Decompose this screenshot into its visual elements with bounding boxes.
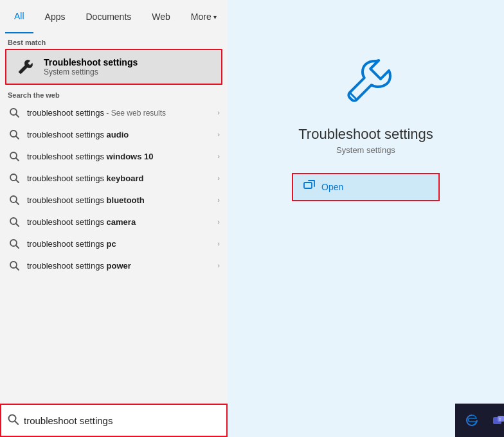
search-icon — [8, 193, 21, 206]
search-input[interactable] — [24, 415, 220, 426]
search-item-bluetooth[interactable]: troubleshoot settings bluetooth › — [0, 189, 228, 211]
tab-apps[interactable]: Apps — [36, 0, 75, 33]
right-app-title: Troubleshoot settings — [298, 126, 433, 143]
svg-rect-23 — [304, 183, 312, 188]
search-item-text: troubleshoot settings bluetooth — [27, 195, 215, 205]
chevron-right-icon: › — [217, 218, 220, 226]
chevron-right-icon: › — [217, 130, 220, 138]
search-item-windows10[interactable]: troubleshoot settings windows 10 › — [0, 145, 228, 167]
right-app-info: Troubleshoot settings System settings Op… — [292, 51, 440, 201]
search-item-web-results[interactable]: troubleshoot settings - See web results … — [0, 102, 228, 123]
tab-web[interactable]: Web — [143, 0, 179, 33]
right-panel: N ··· ✕ Troubleshoot settings System set… — [228, 0, 504, 437]
left-panel: All Apps Documents Web More ▾ Best match… — [0, 0, 228, 437]
best-match-title: Troubleshoot settings — [44, 57, 138, 67]
open-button-container: Open — [292, 173, 440, 201]
search-item-power[interactable]: troubleshoot settings power › — [0, 254, 228, 276]
svg-line-17 — [15, 422, 19, 425]
chevron-right-icon: › — [217, 262, 220, 269]
best-match-subtitle: System settings — [44, 67, 138, 76]
chevron-right-icon: › — [217, 196, 220, 204]
taskbar: T — [455, 404, 504, 437]
open-button-label: Open — [321, 182, 343, 192]
search-bar[interactable] — [0, 404, 228, 437]
search-icon — [8, 106, 21, 119]
app-icon — [334, 51, 398, 116]
chevron-right-icon: › — [217, 174, 220, 182]
svg-line-11 — [16, 224, 19, 226]
best-match-item[interactable]: Troubleshoot settings System settings — [5, 49, 222, 85]
svg-line-3 — [16, 136, 19, 139]
tab-more-label: More — [191, 12, 212, 22]
right-app-subtitle: System settings — [336, 145, 395, 155]
search-icon — [8, 259, 21, 272]
open-button[interactable]: Open — [292, 173, 440, 201]
chevron-right-icon: › — [217, 152, 220, 160]
search-item-text: troubleshoot settings keyboard — [27, 174, 215, 183]
search-icon — [8, 215, 21, 228]
search-icon — [8, 172, 21, 184]
search-item-pc[interactable]: troubleshoot settings pc › — [0, 233, 228, 254]
best-match-text: Troubleshoot settings System settings — [44, 57, 138, 76]
tab-documents[interactable]: Documents — [76, 0, 140, 33]
search-item-text: troubleshoot settings power — [27, 261, 215, 271]
best-match-label: Best match — [0, 33, 228, 49]
svg-line-15 — [16, 267, 19, 270]
tabs-row: All Apps Documents Web More ▾ — [0, 0, 228, 33]
search-bar-icon — [8, 414, 19, 427]
search-item-text: troubleshoot settings pc — [27, 239, 215, 249]
svg-line-5 — [16, 158, 19, 161]
tab-all[interactable]: All — [5, 0, 33, 33]
search-item-text: troubleshoot settings - See web results — [27, 108, 215, 118]
search-item-text: troubleshoot settings windows 10 — [27, 152, 215, 161]
svg-line-7 — [16, 180, 19, 183]
search-item-text: troubleshoot settings camera — [27, 217, 215, 227]
search-icon — [8, 128, 21, 141]
chevron-down-icon: ▾ — [213, 13, 217, 21]
svg-line-9 — [16, 202, 19, 204]
wrench-icon — [14, 55, 37, 78]
right-panel-header: N ··· ✕ — [455, 0, 504, 33]
taskbar-teams[interactable]: T — [487, 409, 504, 432]
external-link-icon — [303, 180, 315, 194]
search-web-label: Search the web — [0, 85, 228, 102]
svg-line-1 — [16, 114, 19, 117]
svg-text:T: T — [499, 417, 502, 422]
svg-line-13 — [16, 245, 19, 248]
chevron-right-icon: › — [217, 240, 220, 247]
chevron-right-icon: › — [217, 109, 220, 116]
search-item-keyboard[interactable]: troubleshoot settings keyboard › — [0, 167, 228, 189]
search-icon — [8, 150, 21, 163]
search-item-audio[interactable]: troubleshoot settings audio › — [0, 123, 228, 145]
taskbar-edge[interactable] — [460, 409, 483, 432]
tab-more[interactable]: More ▾ — [182, 0, 226, 33]
search-item-camera[interactable]: troubleshoot settings camera › — [0, 211, 228, 233]
search-icon — [8, 237, 21, 250]
search-item-text: troubleshoot settings audio — [27, 130, 215, 139]
